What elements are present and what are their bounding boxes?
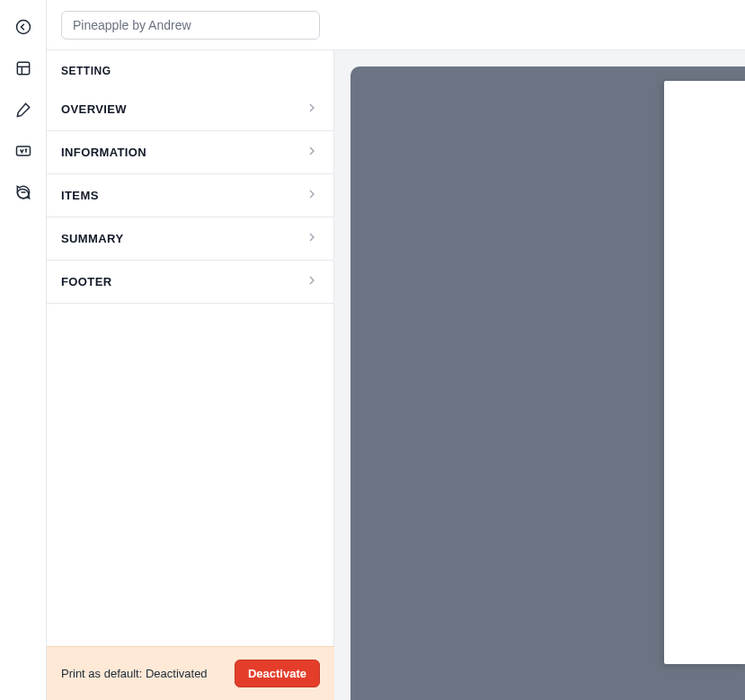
preview-header bbox=[334, 0, 745, 50]
section-label: FOOTER bbox=[61, 275, 112, 288]
section-overview[interactable]: OVERVIEW bbox=[47, 88, 333, 131]
section-label: INFORMATION bbox=[61, 146, 146, 159]
svg-point-0 bbox=[16, 21, 30, 34]
back-icon[interactable] bbox=[13, 16, 34, 38]
layout-icon[interactable] bbox=[13, 58, 34, 79]
section-label: OVERVIEW bbox=[61, 102, 127, 116]
section-list: SETTING OVERVIEW INFORMATION ITEMS bbox=[47, 50, 334, 646]
translate-icon[interactable] bbox=[13, 140, 34, 162]
chevron-right-icon bbox=[305, 144, 319, 161]
default-status-text: Print as default: Deactivated bbox=[61, 667, 208, 680]
chevron-right-icon bbox=[305, 101, 319, 118]
section-label: SUMMARY bbox=[61, 232, 123, 245]
chat-icon[interactable] bbox=[13, 182, 34, 203]
preview-column bbox=[334, 0, 745, 700]
section-information[interactable]: INFORMATION bbox=[47, 131, 333, 174]
deactivate-button[interactable]: Deactivate bbox=[235, 660, 320, 687]
template-title-input[interactable] bbox=[61, 11, 320, 40]
section-label: ITEMS bbox=[61, 189, 99, 202]
preview-document bbox=[664, 81, 745, 664]
chevron-right-icon bbox=[305, 230, 319, 247]
app-root: SETTING OVERVIEW INFORMATION ITEMS bbox=[0, 0, 745, 700]
preview-backdrop bbox=[350, 66, 745, 700]
default-status-bar: Print as default: Deactivated Deactivate bbox=[47, 646, 334, 700]
chevron-right-icon bbox=[305, 273, 319, 290]
section-summary[interactable]: SUMMARY bbox=[47, 217, 333, 261]
icon-rail bbox=[0, 0, 47, 700]
section-footer[interactable]: FOOTER bbox=[47, 261, 333, 304]
section-heading: SETTING bbox=[47, 50, 333, 88]
section-items[interactable]: ITEMS bbox=[47, 174, 333, 217]
preview-container bbox=[334, 50, 745, 700]
header-bar bbox=[47, 0, 334, 50]
brush-icon[interactable] bbox=[13, 99, 34, 120]
chevron-right-icon bbox=[305, 187, 319, 204]
settings-panel: SETTING OVERVIEW INFORMATION ITEMS bbox=[47, 0, 334, 700]
svg-rect-1 bbox=[17, 62, 29, 74]
